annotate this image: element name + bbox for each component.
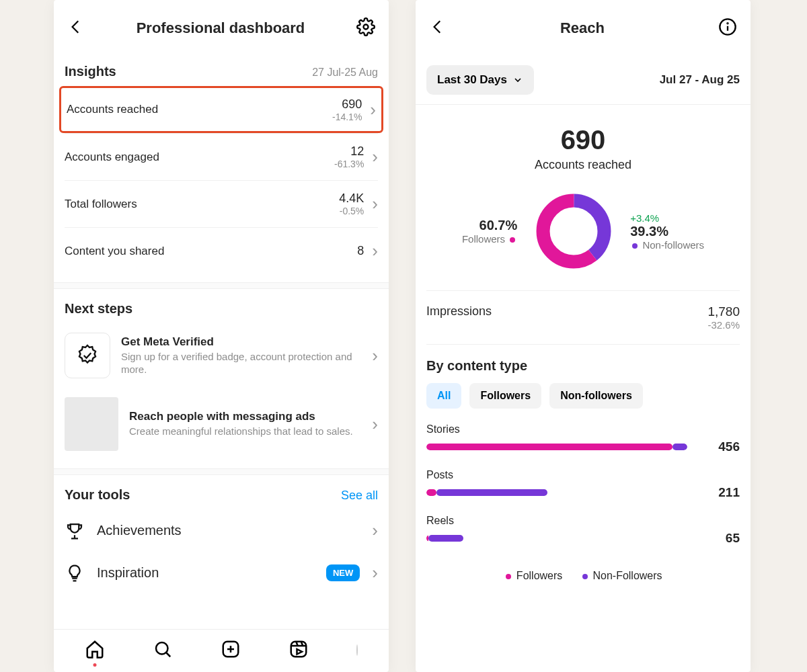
gear-icon — [356, 17, 375, 36]
donut-nonfollowers-pct: 39.3% — [630, 224, 668, 239]
settings-button[interactable] — [354, 15, 378, 41]
reach-screen: Reach Last 30 Days Jul 27 - Aug 25 690 A… — [416, 0, 751, 672]
chevron-right-icon: › — [372, 414, 378, 435]
bars-legend: Followers Non-Followers — [416, 560, 751, 589]
bar-label: Reels — [426, 515, 740, 527]
insight-label: Total followers — [65, 198, 137, 211]
insight-delta: -0.5% — [339, 206, 364, 216]
dot-pink-icon — [510, 237, 515, 243]
legend-nonfollowers: Non-Followers — [592, 570, 662, 581]
notification-dot-icon — [93, 663, 96, 667]
card-meta-verified[interactable]: Get Meta Verified Sign up for a verified… — [65, 323, 378, 388]
tool-row-inspiration[interactable]: Inspiration NEW › — [65, 552, 378, 594]
info-icon — [718, 17, 737, 36]
plus-square-icon — [221, 639, 241, 659]
bar-track — [426, 535, 687, 542]
bar-segment-nonfollowers — [436, 489, 547, 496]
chevron-left-icon — [67, 18, 85, 36]
page-title: Reach — [560, 19, 605, 37]
card-title: Get Meta Verified — [121, 335, 361, 349]
insight-value: 4.4K — [339, 192, 364, 206]
svg-line-2 — [166, 653, 170, 657]
date-range-dropdown[interactable]: Last 30 Days — [426, 65, 534, 95]
nav-profile[interactable] — [356, 645, 358, 655]
card-title: Reach people with messaging ads — [129, 410, 361, 423]
insight-row-total-followers[interactable]: Total followers 4.4K -0.5% › — [65, 180, 378, 227]
dashboard-screen: Professional dashboard Insights 27 Jul-2… — [54, 0, 389, 672]
reach-total: 690 — [426, 125, 740, 155]
insight-row-accounts-reached[interactable]: Accounts reached 690 -14.1% › — [59, 86, 383, 133]
insight-label: Content you shared — [65, 245, 164, 258]
page-title: Professional dashboard — [137, 19, 305, 37]
impressions-delta: -32.6% — [707, 319, 740, 331]
insight-value: 12 — [334, 144, 364, 159]
impressions-row[interactable]: Impressions 1,780 -32.6% — [416, 291, 751, 344]
nav-reels[interactable] — [289, 639, 309, 661]
new-badge: NEW — [326, 564, 360, 581]
section-divider — [54, 282, 389, 289]
donut-nonfollowers-delta: +3.4% — [630, 212, 704, 224]
chevron-right-icon: › — [370, 99, 376, 120]
donut-nonfollowers-text: Non-followers — [642, 239, 704, 251]
insight-row-accounts-engaged[interactable]: Accounts engaged 12 -61.3% › — [65, 133, 378, 180]
card-messaging-ads[interactable]: Reach people with messaging ads Create m… — [65, 388, 378, 460]
nav-home[interactable] — [85, 639, 105, 661]
insight-value: 8 — [357, 244, 364, 258]
bar-row: Stories456 — [426, 423, 740, 454]
home-icon — [85, 639, 105, 659]
tab-all[interactable]: All — [426, 383, 461, 409]
tool-row-achievements[interactable]: Achievements › — [65, 509, 378, 552]
chevron-down-icon — [512, 75, 523, 85]
svg-marker-10 — [297, 649, 303, 655]
trophy-icon — [65, 521, 85, 541]
nav-create[interactable] — [221, 639, 241, 661]
bar-segment-followers — [426, 489, 436, 496]
reels-icon — [289, 639, 309, 659]
tab-followers[interactable]: Followers — [469, 383, 541, 409]
bar-value: 65 — [699, 531, 740, 546]
chevron-right-icon: › — [372, 520, 378, 541]
donut-followers-label: 60.7% Followers — [462, 218, 517, 245]
bar-label: Posts — [426, 469, 740, 481]
content-bars: Stories456Posts211Reels65 — [416, 421, 751, 560]
reach-label: Accounts reached — [426, 158, 740, 172]
bar-value: 211 — [699, 485, 740, 500]
info-button[interactable] — [716, 15, 740, 41]
donut-followers-text: Followers — [462, 233, 505, 245]
next-steps-heading: Next steps — [65, 301, 132, 317]
card-subtitle: Create meaningful relationships that lea… — [129, 425, 361, 438]
tab-nonfollowers[interactable]: Non-followers — [549, 383, 643, 409]
impressions-label: Impressions — [426, 304, 492, 331]
bar-value: 456 — [699, 439, 740, 454]
bar-track — [426, 489, 687, 496]
back-button[interactable] — [426, 15, 449, 40]
by-content-heading: By content type — [416, 345, 751, 383]
date-range-label: Last 30 Days — [437, 73, 507, 87]
svg-point-0 — [364, 25, 369, 30]
nav-search[interactable] — [153, 639, 173, 661]
svg-point-1 — [156, 642, 168, 655]
bar-segment-nonfollowers — [672, 444, 687, 450]
see-all-link[interactable]: See all — [341, 489, 378, 503]
insights-period: 27 Jul-25 Aug — [312, 67, 378, 79]
tool-label: Achievements — [97, 523, 360, 538]
card-subtitle: Sign up for a verified badge, account pr… — [121, 350, 361, 376]
chevron-right-icon: › — [372, 146, 378, 167]
donut-followers-pct: 60.7% — [479, 218, 518, 233]
bar-segment-nonfollowers — [428, 535, 463, 542]
chevron-right-icon: › — [372, 562, 378, 583]
bar-segment-followers — [426, 444, 672, 450]
insight-row-content-shared[interactable]: Content you shared 8 › — [65, 227, 378, 274]
dot-purple-icon — [582, 574, 588, 579]
bar-track — [426, 444, 687, 450]
insight-delta: -14.1% — [332, 112, 362, 122]
bar-label: Stories — [426, 423, 740, 435]
impressions-value: 1,780 — [707, 304, 740, 319]
back-button[interactable] — [65, 15, 87, 40]
insight-label: Accounts engaged — [65, 151, 159, 164]
chevron-right-icon: › — [372, 194, 378, 214]
bar-row: Posts211 — [426, 469, 740, 500]
lightbulb-icon — [65, 563, 85, 583]
search-icon — [153, 639, 173, 659]
insights-heading: Insights — [65, 64, 116, 79]
